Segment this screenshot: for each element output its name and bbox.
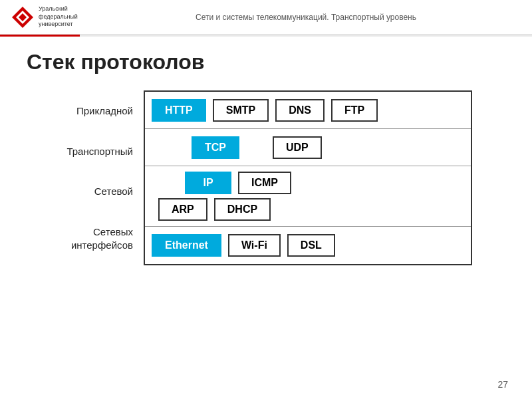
proto-ip: IP: [185, 172, 231, 194]
proto-arp: ARP: [158, 198, 207, 221]
interface-layer-row: Ethernet Wi-Fi DSL: [145, 227, 471, 264]
logo-area: Уральский федеральный университет: [11, 5, 90, 29]
proto-smtp: SMTP: [213, 99, 269, 122]
layer-label-interface: Сетевыхинтерфейсов: [60, 225, 133, 251]
content: Стек протоколов Прикладной Транспортный …: [0, 37, 532, 279]
proto-dsl: DSL: [287, 234, 335, 257]
proto-ftp: FTP: [331, 99, 378, 122]
layer-labels: Прикладной Транспортный Сетевой Сетевыхи…: [60, 90, 133, 265]
layer-label-application: Прикладной: [60, 104, 133, 118]
proto-tcp: TCP: [192, 136, 239, 159]
protocol-stack-diagram: Прикладной Транспортный Сетевой Сетевыхи…: [60, 90, 472, 265]
proto-dhcp: DHCP: [214, 198, 271, 221]
proto-ethernet: Ethernet: [152, 234, 221, 257]
proto-udp: UDP: [273, 136, 322, 159]
proto-http: HTTP: [152, 99, 206, 122]
logo-text: Уральский федеральный университет: [39, 5, 78, 29]
layer-label-transport: Транспортный: [60, 145, 133, 158]
proto-dns: DNS: [275, 99, 325, 122]
proto-wifi: Wi-Fi: [228, 234, 281, 257]
network-layer-row: IP ICMP ARP DHCP: [145, 166, 471, 227]
proto-icmp: ICMP: [238, 172, 291, 194]
header: Уральский федеральный университет Сети и…: [0, 0, 532, 35]
application-layer-row: HTTP SMTP DNS FTP: [145, 92, 471, 129]
logo-icon: [11, 5, 35, 29]
layer-label-network: Сетевой: [60, 185, 133, 198]
transport-layer-row: TCP UDP: [145, 129, 471, 166]
page-number: 27: [497, 379, 508, 390]
header-title: Сети и системы телекоммуникаций. Транспо…: [90, 13, 521, 22]
protocol-grid: HTTP SMTP DNS FTP TCP UDP IP ICMP ARP: [144, 90, 472, 265]
page-title: Стек протоколов: [27, 50, 505, 74]
